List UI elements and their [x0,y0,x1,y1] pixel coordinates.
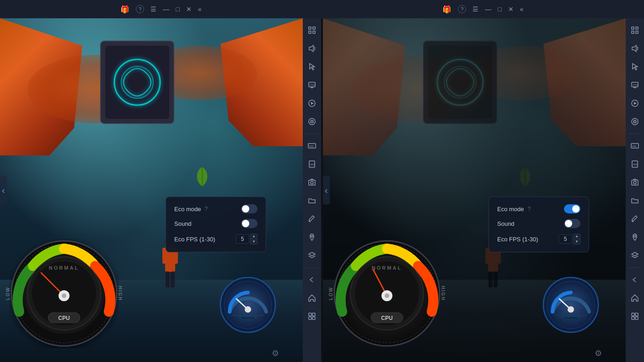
sidebar-sep2-left [306,267,318,268]
sidebar-display-right[interactable]: FOV [627,77,643,93]
sidebar-display-left[interactable]: FOV [304,77,320,93]
fps-input-left: 5 ▲ ▼ [236,234,258,245]
right-sidebar: FOV KM [626,18,644,362]
gauge-high-text-left: HIGH [118,286,123,301]
sidebar-keyboard-right[interactable]: KM [627,138,643,154]
sidebar-sound-right[interactable] [627,40,643,57]
maximize-icon-right[interactable]: □ [498,5,501,13]
sidebar-apps-right[interactable] [627,308,643,325]
help-icon-right[interactable]: ? [458,5,466,13]
sidebar-fullscreen-right[interactable] [627,22,643,38]
left-arrow-button-right[interactable]: ‹ [323,176,330,205]
sidebar-screenshot-right[interactable] [627,174,643,191]
gauge-low-text-left: LOW [5,287,11,300]
fps-down-right[interactable]: ▼ [573,239,580,245]
fps-up-left[interactable]: ▲ [250,234,258,239]
cpu-meter-left: NORMAL LOW HIGH [9,239,119,348]
sidebar-screenshot-left[interactable] [304,174,320,191]
eco-popup-right: Eco mode ? Sound Eco FPS (1-30) 5 ▲ [488,197,589,252]
svg-rect-65 [494,272,498,287]
sidebar-location-left[interactable] [304,229,320,245]
sidebar-target-left[interactable] [304,113,320,130]
close-icon-left[interactable]: ✕ [186,5,192,13]
gift-icon-right[interactable]: 🎁 [442,5,451,14]
speed-button-right[interactable] [541,275,601,335]
svg-point-19 [62,293,66,298]
svg-rect-100 [632,180,638,185]
gear-button-right[interactable]: ⚙ [595,348,602,358]
gift-icon-left[interactable]: 🎁 [120,5,129,14]
eco-toggle-left[interactable] [241,204,258,213]
sidebar-layers-right[interactable] [627,247,643,264]
svg-rect-29 [309,27,311,29]
left-arrow-button[interactable]: ‹ [0,176,7,205]
svg-rect-53 [312,313,315,316]
gear-button-left[interactable]: ⚙ [272,348,279,358]
svg-point-101 [633,181,636,184]
svg-rect-31 [309,31,311,33]
eco-help-icon-right[interactable]: ? [528,206,531,212]
sidebar-edit-right[interactable] [627,211,643,227]
sidebar-fullscreen-left[interactable] [304,22,320,38]
svg-point-76 [543,277,598,332]
fps-value-left[interactable]: 5 [236,234,249,244]
sidebar-location-right[interactable] [627,229,643,245]
sidebar-apk-left[interactable]: APK [304,156,320,172]
fps-up-right[interactable]: ▲ [573,234,580,239]
sidebar-sep-right [628,133,641,134]
sidebar-target-right[interactable] [627,113,643,130]
sidebar-home-left[interactable] [304,290,320,306]
sidebar-cursor-left[interactable] [304,59,320,75]
sidebar-layers-left[interactable] [304,247,320,264]
sidebar-back-left[interactable] [304,272,320,288]
fps-value-right[interactable]: 5 [558,234,572,244]
svg-text:CPU: CPU [381,315,392,321]
fps-down-left[interactable]: ▼ [250,239,258,245]
sidebar-keyboard-left[interactable]: KM [304,138,320,154]
svg-rect-10 [166,272,170,287]
eco-help-icon-left[interactable]: ? [205,206,208,212]
sidebar-folder-right[interactable] [627,192,643,209]
sidebar-home-right[interactable] [627,290,643,306]
svg-rect-83 [632,27,634,29]
minimize-icon-left[interactable]: — [163,5,169,13]
svg-text:FOV: FOV [633,84,638,86]
sound-label-left: Sound [174,220,192,227]
svg-point-73 [385,293,389,298]
gauge-normal-text-right: NORMAL [372,265,402,271]
minimize-icon-right[interactable]: — [485,5,491,13]
sound-toggle-right[interactable] [564,219,580,228]
sidebar-play-right[interactable] [627,95,643,112]
svg-rect-30 [313,27,315,29]
sidebar-folder-left[interactable] [304,192,320,209]
menu-icon-right[interactable]: ☰ [472,5,478,13]
eco-popup-left: Eco mode ? Sound Eco FPS (1-30) 5 ▲ [166,197,266,252]
collapse-icon-left[interactable]: « [198,5,202,13]
menu-icon-left[interactable]: ☰ [150,5,156,13]
close-icon-right[interactable]: ✕ [508,5,514,13]
svg-rect-52 [309,313,311,316]
eco-mode-label-right: Eco mode [497,206,524,213]
collapse-icon-right[interactable]: « [520,5,524,13]
eco-toggle-right[interactable] [564,204,580,213]
sidebar-play-left[interactable] [304,95,320,112]
sound-row-right: Sound [497,219,580,228]
fps-row-left: Eco FPS (1-30) 5 ▲ ▼ [174,234,258,245]
right-game-area: ‹ NORMAL LOW HIGH [323,18,626,362]
sidebar-edit-left[interactable] [304,211,320,227]
fps-row-right: Eco FPS (1-30) 5 ▲ ▼ [497,234,580,245]
sidebar-apps-left[interactable] [304,308,320,325]
help-icon-left[interactable]: ? [136,5,144,13]
sidebar-back-right[interactable] [627,272,643,288]
sidebar-sep-left [306,133,318,134]
speed-button-left[interactable] [218,275,278,335]
sidebar-cursor-right[interactable] [627,59,643,75]
maximize-icon-left[interactable]: □ [176,5,179,13]
svg-rect-82 [564,317,578,319]
sound-toggle-left[interactable] [241,219,258,228]
sidebar-sound-left[interactable] [304,40,320,57]
sidebar-apk-right[interactable]: APK [627,156,643,172]
svg-text:KM: KM [309,145,313,148]
svg-rect-109 [635,317,638,319]
gauge-normal-text-left: NORMAL [49,265,79,271]
